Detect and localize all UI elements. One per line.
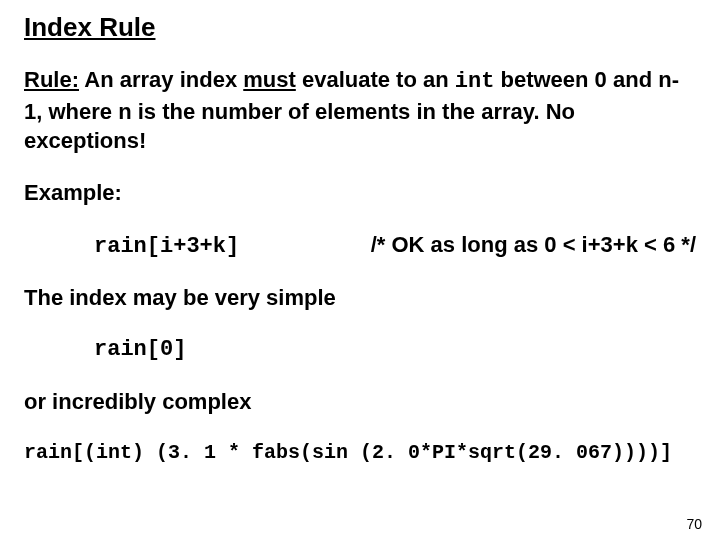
complex-text: or incredibly complex bbox=[24, 387, 696, 417]
rule-text-pre: An array index bbox=[79, 67, 243, 92]
slide-title: Index Rule bbox=[24, 12, 696, 43]
example-row-1: rain[i+3+k] /* OK as long as 0 < i+3+k <… bbox=[24, 230, 696, 262]
simple-text: The index may be very simple bbox=[24, 283, 696, 313]
rule-text-mid: evaluate to an bbox=[296, 67, 455, 92]
rule-must: must bbox=[243, 67, 296, 92]
example-1-code: rain[i+3+k] bbox=[94, 232, 239, 262]
page-number: 70 bbox=[686, 516, 702, 532]
rule-int-keyword: int bbox=[455, 69, 495, 94]
rule-label: Rule: bbox=[24, 67, 79, 92]
slide: Index Rule Rule: An array index must eva… bbox=[0, 0, 720, 540]
example-3-code: rain[(int) (3. 1 * fabs(sin (2. 0*PI*sqr… bbox=[24, 439, 696, 466]
rule-paragraph: Rule: An array index must evaluate to an… bbox=[24, 65, 696, 156]
slide-body: Rule: An array index must evaluate to an… bbox=[24, 65, 696, 466]
example-1-comment: /* OK as long as 0 < i+3+k < 6 */ bbox=[371, 230, 696, 260]
example-2-code: rain[0] bbox=[24, 335, 696, 365]
example-label: Example: bbox=[24, 178, 696, 208]
